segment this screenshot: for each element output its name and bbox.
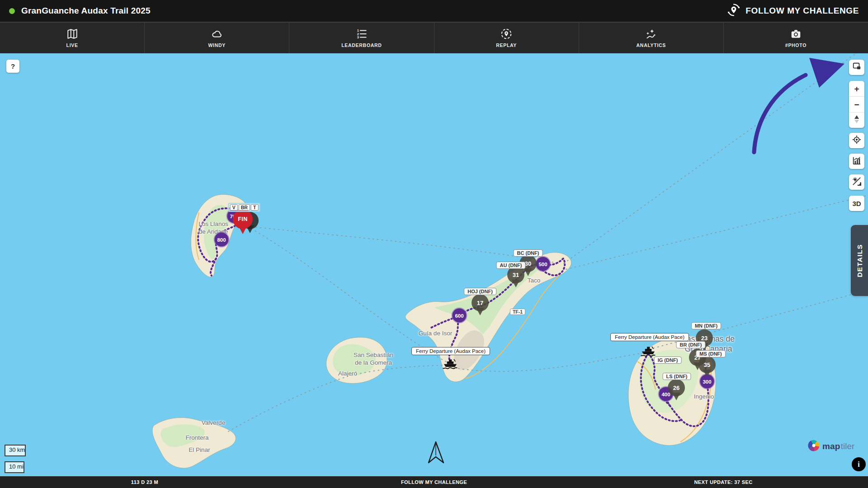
compass-icon xyxy=(853,115,860,126)
elapsed-time: 113 D 23 M xyxy=(0,479,289,485)
km-marker: 500 xyxy=(536,257,550,271)
rider-tag[interactable]: V xyxy=(230,204,238,211)
maptiler-wordmark-bold: map xyxy=(822,441,840,451)
town-label: Valverde xyxy=(202,419,225,427)
maptiler-logo-icon xyxy=(807,439,820,454)
live-tracking-app: GranGuanche Audax Trail 2025 FOLLOW MY C… xyxy=(0,0,868,488)
dnf-rider-label[interactable]: IG (DNF) xyxy=(654,357,682,364)
zoom-in-button-label: + xyxy=(854,84,859,93)
ferry-ship-icon[interactable] xyxy=(442,357,458,371)
tab-windy[interactable]: WINDY xyxy=(145,23,289,53)
tab-label: WINDY xyxy=(208,42,226,48)
rider-pin[interactable]: 35 xyxy=(698,356,716,379)
finish-pin[interactable]: FIN xyxy=(233,209,253,235)
maptiler-attribution[interactable]: map tiler xyxy=(807,439,854,454)
replay-icon xyxy=(500,28,512,40)
details-panel-tab[interactable]: DETAILS xyxy=(851,225,868,296)
ferry-departure-label[interactable]: Ferry Departure (Audax Pace) xyxy=(411,347,490,355)
ferry-departure-label[interactable]: Ferry Departure (Audax Pace) xyxy=(610,333,689,341)
tab-label: LEADERBOARD xyxy=(341,42,382,48)
town-label: El Pinar xyxy=(189,446,210,454)
north-arrow-icon xyxy=(423,438,448,467)
zoom-control-group: +− xyxy=(849,81,864,128)
details-panel-label: DETAILS xyxy=(856,244,863,277)
brand-logo[interactable]: FOLLOW MY CHALLENGE xyxy=(726,3,859,19)
compass-button[interactable] xyxy=(849,112,864,128)
dnf-rider-label[interactable]: HOJ (DNF) xyxy=(464,288,496,295)
chart-icon xyxy=(852,156,861,167)
dnf-rider-label[interactable]: MN (DNF) xyxy=(691,322,721,329)
dnf-rider-label[interactable]: LS (DNF) xyxy=(662,373,691,380)
dnf-rider-label[interactable]: BC (DNF) xyxy=(514,249,543,257)
next-update-countdown: NEXT UPDATE: 37 SEC xyxy=(579,479,868,485)
day-night-toggle-button[interactable] xyxy=(849,174,864,190)
zoom-out-button-label: − xyxy=(854,100,859,109)
list-icon: 123 xyxy=(356,28,368,40)
annotation-arrow xyxy=(754,58,844,152)
town-label: Frontera xyxy=(185,434,208,442)
km-marker: 600 xyxy=(453,309,467,323)
elevation-chart-button[interactable] xyxy=(849,154,864,169)
live-status-dot xyxy=(9,8,15,14)
overlay-icon xyxy=(852,62,861,73)
rider-pin[interactable]: 17 xyxy=(472,294,489,317)
cloud-icon xyxy=(211,28,223,40)
scalebar-imperial: 10 mi xyxy=(5,461,24,473)
tab-photo[interactable]: #PHOTO xyxy=(724,23,868,53)
brand-name: FOLLOW MY CHALLENGE xyxy=(745,6,859,16)
geolocate-button[interactable] xyxy=(849,133,864,148)
town-label: San Sebastián de la Gomera xyxy=(354,352,393,367)
zoom-out-button[interactable]: − xyxy=(849,96,864,112)
follow-my-challenge-icon xyxy=(726,3,741,19)
view-3d-button[interactable]: 3D xyxy=(849,196,864,211)
map-canvas[interactable] xyxy=(0,0,868,488)
km-marker: 800 xyxy=(215,233,229,247)
rider-tag[interactable]: T xyxy=(251,204,258,211)
svg-text:3: 3 xyxy=(357,35,359,39)
top-bar: GranGuanche Audax Trail 2025 FOLLOW MY C… xyxy=(0,0,868,22)
ferry-ship-icon[interactable] xyxy=(640,345,656,359)
sparkles-icon xyxy=(645,28,657,40)
tab-replay[interactable]: REPLAY xyxy=(434,23,579,53)
scalebar-metric: 30 km xyxy=(5,445,26,456)
day-night-icon xyxy=(852,177,861,188)
overlay-toggle-button[interactable] xyxy=(849,60,864,75)
tab-label: ANALYTICS xyxy=(637,42,666,48)
tab-label: #PHOTO xyxy=(785,42,807,48)
town-label: Guía de Isor xyxy=(419,330,452,338)
event-title: GranGuanche Audax Trail 2025 xyxy=(21,6,151,16)
tab-label: REPLAY xyxy=(496,42,517,48)
camera-icon xyxy=(790,28,802,40)
dnf-rider-label[interactable]: BR (DNF) xyxy=(676,341,706,348)
tab-leaderboard[interactable]: 123LEADERBOARD xyxy=(289,23,434,53)
town-label: Alajeró xyxy=(338,370,357,378)
rider-tag[interactable]: BR xyxy=(239,204,250,211)
help-button[interactable]: ? xyxy=(6,60,19,73)
attribution-info-button[interactable]: i xyxy=(852,457,866,471)
view-3d-button-label: 3D xyxy=(852,200,861,207)
tab-live[interactable]: LIVE xyxy=(0,23,145,53)
rider-pin[interactable]: 26 xyxy=(668,379,685,402)
footer-brand: FOLLOW MY CHALLENGE xyxy=(289,479,579,485)
maptiler-wordmark-light: tiler xyxy=(841,441,855,451)
dnf-rider-label[interactable]: AU (DNF) xyxy=(496,262,526,269)
geolocate-icon xyxy=(852,135,861,146)
town-label: Ingenio xyxy=(694,393,714,401)
zoom-in-button[interactable]: + xyxy=(849,81,864,96)
rider-initials-tags[interactable]: VBRT xyxy=(228,203,260,212)
tab-analytics[interactable]: ANALYTICS xyxy=(579,23,724,53)
road-shield: TF-1 xyxy=(510,309,525,315)
main-tab-bar: LIVEWINDY123LEADERBOARDREPLAYANALYTICS#P… xyxy=(0,22,868,53)
status-bar: 113 D 23 M FOLLOW MY CHALLENGE NEXT UPDA… xyxy=(0,476,868,488)
dnf-rider-label[interactable]: MS (DNF) xyxy=(696,350,726,357)
tab-label: LIVE xyxy=(66,42,78,48)
map-icon xyxy=(66,28,78,40)
